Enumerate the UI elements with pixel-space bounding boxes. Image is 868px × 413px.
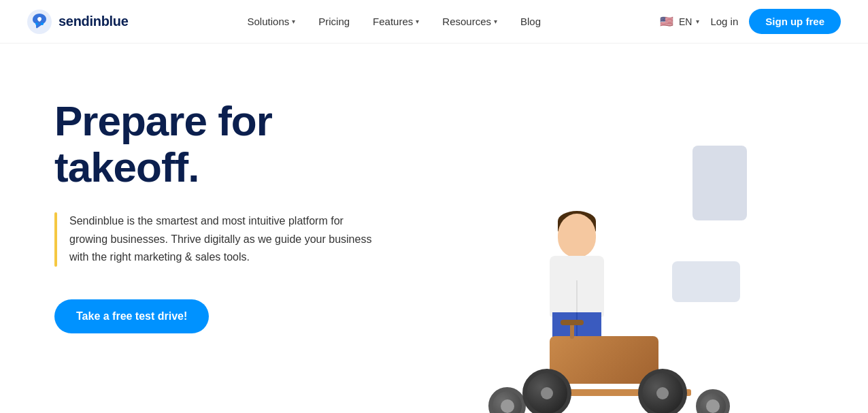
flag-icon: 🇺🇸: [660, 15, 673, 28]
logo-text: sendinblue: [59, 14, 129, 29]
main-nav: Solutions ▾ Pricing Features ▾ Resources…: [238, 10, 551, 33]
char-head: [558, 214, 596, 257]
vehicle: [509, 309, 699, 413]
wheel-front-left: [522, 369, 571, 413]
nav-solutions[interactable]: Solutions ▾: [238, 10, 305, 33]
nav-resources[interactable]: Resources ▾: [433, 10, 507, 33]
cta-button[interactable]: Take a free test drive!: [54, 299, 209, 333]
hero-title: Prepare for takeoff.: [54, 98, 381, 191]
lang-chevron-icon: ▾: [696, 18, 699, 25]
hero-section: Prepare for takeoff. Sendinblue is the s…: [0, 44, 868, 413]
resources-chevron-icon: ▾: [494, 18, 497, 25]
lang-code: EN: [679, 16, 692, 27]
wheel-front-right: [638, 369, 687, 413]
solutions-chevron-icon: ▾: [292, 18, 295, 25]
vehicle-body: [550, 336, 658, 384]
wheel-loose: [488, 387, 526, 413]
nav-features[interactable]: Features ▾: [363, 10, 429, 33]
logo[interactable]: sendinblue: [27, 10, 129, 34]
hero-illustration: [381, 84, 814, 413]
card-element-2: [672, 261, 740, 302]
wheel-loose-2: [696, 389, 730, 413]
hero-description-wrapper: Sendinblue is the smartest and most intu…: [54, 212, 381, 266]
header: sendinblue Solutions ▾ Pricing Features …: [0, 0, 868, 44]
login-link[interactable]: Log in: [710, 16, 738, 27]
accent-bar: [54, 212, 57, 266]
signup-button[interactable]: Sign up free: [749, 9, 841, 34]
nav-blog[interactable]: Blog: [511, 10, 550, 33]
header-right: 🇺🇸 EN ▾ Log in Sign up free: [660, 9, 841, 34]
nav-pricing[interactable]: Pricing: [309, 10, 359, 33]
svg-point-2: [41, 22, 44, 25]
hero-content: Prepare for takeoff. Sendinblue is the s…: [54, 84, 381, 333]
features-chevron-icon: ▾: [416, 18, 419, 25]
illustration-container: [475, 112, 747, 413]
language-selector[interactable]: 🇺🇸 EN ▾: [660, 15, 699, 28]
svg-point-1: [35, 22, 38, 25]
logo-icon: [27, 10, 52, 34]
card-element-1: [692, 146, 747, 220]
char-body: [550, 256, 604, 317]
hero-description: Sendinblue is the smartest and most intu…: [69, 212, 381, 266]
